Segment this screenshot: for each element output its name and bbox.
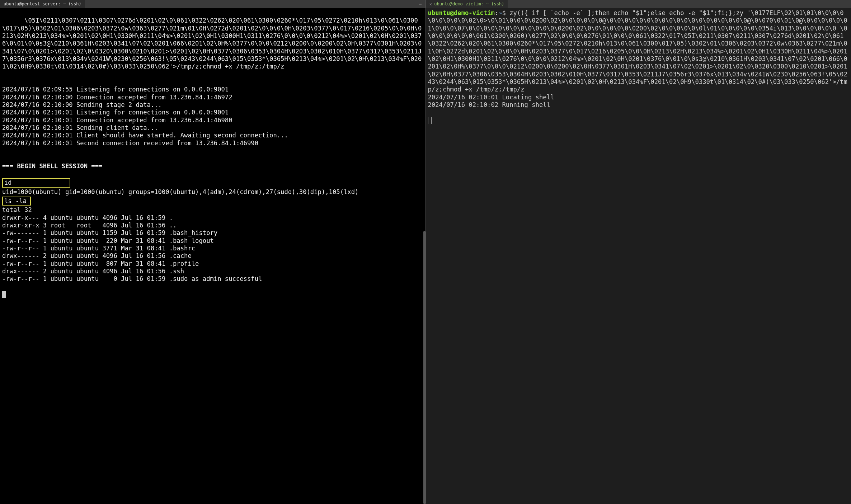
tab-menu-icon[interactable]: ⋯	[417, 1, 425, 7]
left-tabbar: ubuntu@pentest-server: ~ (ssh) ⋯	[0, 0, 426, 8]
scrollbar-thumb[interactable]	[423, 231, 426, 504]
right-terminal[interactable]: ubuntu@demo-victim:~$ zy(){ if [ `echo -…	[426, 8, 851, 504]
cmd-ls-box: ls -la	[2, 197, 31, 206]
cmd-ls: ls -la	[4, 197, 27, 204]
prompt-user: ubuntu@demo-victim	[428, 9, 495, 17]
left-scrollbar[interactable]	[423, 8, 426, 504]
left-hexdump: \05I\0211\0307\0211\0307\0276d\0201\02\0…	[2, 17, 422, 70]
ls-listing: drwxr-x--- 4 ubuntu ubuntu 4096 Jul 16 0…	[2, 214, 262, 283]
right-pane: × ubuntu@demo-victim: ~ (ssh) ubuntu@dem…	[426, 0, 851, 504]
cmd-id-box: id	[2, 178, 70, 187]
right-tab[interactable]: × ubuntu@demo-victim: ~ (ssh)	[426, 0, 508, 8]
prompt-colon: :	[495, 9, 498, 17]
cursor	[2, 291, 6, 298]
tab-title: ubuntu@pentest-server: ~ (ssh)	[4, 1, 81, 6]
left-tab[interactable]: ubuntu@pentest-server: ~ (ssh)	[0, 0, 85, 8]
right-tabbar: × ubuntu@demo-victim: ~ (ssh)	[426, 0, 851, 8]
prompt-path: ~	[498, 9, 502, 17]
left-pane: ubuntu@pentest-server: ~ (ssh) ⋯ \05I\02…	[0, 0, 426, 504]
right-command: zy(){ if [ `echo -e` ];then echo "$1";el…	[428, 9, 847, 93]
ls-total: total 32	[2, 206, 32, 213]
split-view: ubuntu@pentest-server: ~ (ssh) ⋯ \05I\02…	[0, 0, 851, 504]
prompt-dollar: $	[502, 9, 506, 17]
close-icon[interactable]: ×	[429, 1, 432, 7]
cmd-id: id	[4, 179, 12, 186]
right-log-block: 2024/07/16 02:10:01 Locating shell 2024/…	[428, 94, 554, 108]
tab-title: ubuntu@demo-victim: ~ (ssh)	[434, 1, 504, 6]
cursor	[428, 117, 432, 124]
left-terminal[interactable]: \05I\0211\0307\0211\0307\0276d\0201\02\0…	[0, 8, 426, 504]
session-header: === BEGIN SHELL SESSION ===	[2, 162, 102, 170]
id-output: uid=1000(ubuntu) gid=1000(ubuntu) groups…	[2, 188, 358, 196]
left-log-block: 2024/07/16 02:09:55 Listening for connec…	[2, 86, 288, 146]
